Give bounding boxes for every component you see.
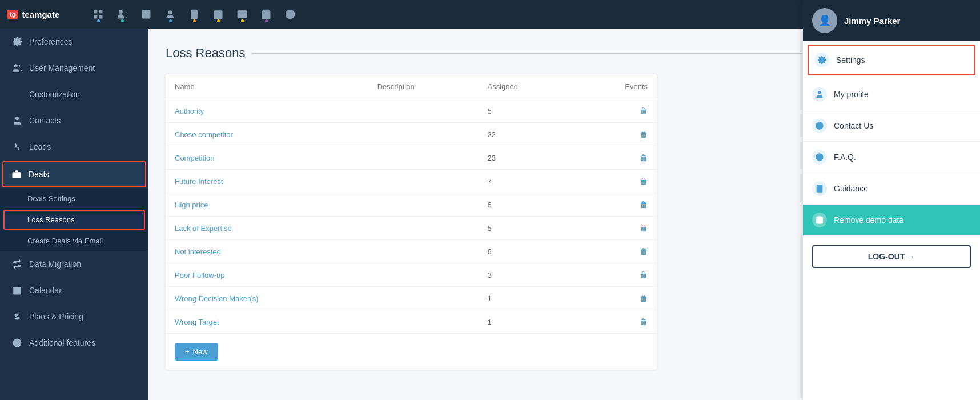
cell-name-9[interactable]: Wrong Target <box>166 310 368 334</box>
table-row: Authority 5 🗑 <box>166 99 657 123</box>
cell-name-1[interactable]: Chose competitor <box>166 123 368 146</box>
cell-action-6[interactable]: 🗑 <box>575 240 657 263</box>
delete-icon-7[interactable]: 🗑 <box>640 270 648 279</box>
cell-action-2[interactable]: 🗑 <box>575 146 657 170</box>
inbox-dot <box>241 19 244 22</box>
sidebar-label-additional-features: Additional features <box>29 338 95 347</box>
nav-reports[interactable] <box>140 9 152 20</box>
cell-name-2[interactable]: Competition <box>166 146 368 170</box>
sub-item-loss-reasons[interactable]: Loss Reasons <box>3 210 145 230</box>
logout-button[interactable]: LOG-OUT → <box>812 245 971 268</box>
content-area: Loss Reasons Name Description Assigned E… <box>148 29 854 400</box>
cell-action-4[interactable]: 🗑 <box>575 193 657 217</box>
dropdown-settings-label: Settings <box>836 55 865 65</box>
cell-assigned-9: 1 <box>478 310 575 334</box>
cell-action-3[interactable]: 🗑 <box>575 170 657 193</box>
cell-assigned-7: 3 <box>478 263 575 287</box>
sidebar-item-deals[interactable]: Deals <box>2 161 146 187</box>
delete-icon-6[interactable]: 🗑 <box>640 247 648 256</box>
sidebar-label-customization: Customization <box>29 90 80 99</box>
cell-desc-6 <box>368 240 479 263</box>
nav-deals[interactable] <box>260 9 272 20</box>
nav-calendar[interactable] <box>212 9 224 20</box>
sidebar-item-additional-features[interactable]: Additional features <box>0 330 148 356</box>
dropdown-my-profile-label: My profile <box>834 90 869 99</box>
sidebar-label-preferences: Preferences <box>29 37 72 46</box>
sub-item-create-deals-via-email[interactable]: Create Deals via Email <box>0 231 148 251</box>
dropdown-avatar: 👤 <box>812 8 837 33</box>
nav-people[interactable] <box>117 9 128 20</box>
dropdown-faq[interactable]: F.A.Q. <box>803 142 980 173</box>
loss-reasons-table: Name Description Assigned Events Authori… <box>166 74 657 334</box>
col-events: Events <box>575 74 657 99</box>
logo-icon: tg <box>7 10 18 19</box>
col-name: Name <box>166 74 368 99</box>
delete-icon-9[interactable]: 🗑 <box>640 317 648 326</box>
cell-desc-0 <box>368 99 479 123</box>
dropdown-overlay: 👤 Jimmy Parker Settings My profile Conta… <box>803 0 980 400</box>
cell-assigned-2: 23 <box>478 146 575 170</box>
cell-action-5[interactable]: 🗑 <box>575 217 657 240</box>
svg-point-4 <box>119 10 123 14</box>
cell-name-0[interactable]: Authority <box>166 99 368 123</box>
cell-name-4[interactable]: High price <box>166 193 368 217</box>
cell-name-8[interactable]: Wrong Decision Maker(s) <box>166 287 368 310</box>
cell-name-5[interactable]: Lack of Expertise <box>166 217 368 240</box>
cell-action-0[interactable]: 🗑 <box>575 99 657 123</box>
contact-us-icon-wrapper <box>812 118 827 133</box>
dropdown-my-profile[interactable]: My profile <box>803 79 980 110</box>
sidebar-item-plans-pricing[interactable]: Plans & Pricing <box>0 303 148 330</box>
svg-rect-9 <box>191 10 198 19</box>
cell-action-1[interactable]: 🗑 <box>575 123 657 146</box>
cell-action-8[interactable]: 🗑 <box>575 287 657 310</box>
dropdown-user-header: 👤 Jimmy Parker <box>803 0 980 41</box>
nav-inbox[interactable] <box>236 9 248 20</box>
dropdown-contact-us-label: Contact Us <box>834 121 873 130</box>
svg-rect-1 <box>99 10 103 14</box>
sidebar-item-user-management[interactable]: User Management <box>0 55 148 81</box>
svg-point-21 <box>14 64 18 67</box>
sidebar-item-preferences[interactable]: Preferences <box>0 29 148 55</box>
cell-action-9[interactable]: 🗑 <box>575 310 657 334</box>
sidebar-item-data-migration[interactable]: Data Migration <box>0 251 148 277</box>
sidebar: Preferences User Management Customizatio… <box>0 29 148 400</box>
sub-item-deals-settings[interactable]: Deals Settings <box>0 189 148 209</box>
sidebar-item-leads[interactable]: Leads <box>0 134 148 160</box>
sidebar-label-plans-pricing: Plans & Pricing <box>29 312 83 321</box>
nav-globe[interactable] <box>284 9 296 20</box>
sidebar-item-customization[interactable]: Customization <box>0 81 148 107</box>
col-description: Description <box>368 74 479 99</box>
delete-icon-3[interactable]: 🗑 <box>640 177 648 186</box>
delete-icon-0[interactable]: 🗑 <box>640 106 648 115</box>
sidebar-item-calendar[interactable]: Calendar <box>0 277 148 303</box>
page-title: Loss Reasons <box>166 46 837 61</box>
delete-icon-2[interactable]: 🗑 <box>640 153 648 162</box>
new-button[interactable]: + New <box>175 343 218 361</box>
table-row: Not interested 6 🗑 <box>166 240 657 263</box>
dropdown-username: Jimmy Parker <box>844 16 900 26</box>
dropdown-settings[interactable]: Settings <box>808 45 975 75</box>
dropdown-contact-us[interactable]: Contact Us <box>803 110 980 142</box>
deals-dot <box>265 19 268 22</box>
dropdown-guidance[interactable]: Guidance <box>803 173 980 205</box>
delete-icon-4[interactable]: 🗑 <box>640 200 648 209</box>
logo[interactable]: tg teamgate <box>7 10 81 19</box>
cell-name-6[interactable]: Not interested <box>166 240 368 263</box>
sidebar-label-contacts: Contacts <box>29 116 61 125</box>
sidebar-item-contacts[interactable]: Contacts <box>0 107 148 134</box>
dropdown-remove-demo[interactable]: Remove demo data <box>803 205 980 236</box>
cell-action-7[interactable]: 🗑 <box>575 263 657 287</box>
sidebar-label-data-migration: Data Migration <box>29 259 81 269</box>
delete-icon-8[interactable]: 🗑 <box>640 294 648 303</box>
nav-contacts[interactable] <box>164 9 176 20</box>
cell-desc-8 <box>368 287 479 310</box>
nav-dashboard[interactable] <box>93 9 104 20</box>
cell-name-7[interactable]: Poor Follow-up <box>166 263 368 287</box>
cell-name-3[interactable]: Future Interest <box>166 170 368 193</box>
sidebar-label-calendar: Calendar <box>29 286 62 295</box>
delete-icon-1[interactable]: 🗑 <box>640 130 648 139</box>
nav-tasks[interactable] <box>188 9 200 20</box>
delete-icon-5[interactable]: 🗑 <box>640 223 648 233</box>
cell-desc-7 <box>368 263 479 287</box>
cell-desc-4 <box>368 193 479 217</box>
